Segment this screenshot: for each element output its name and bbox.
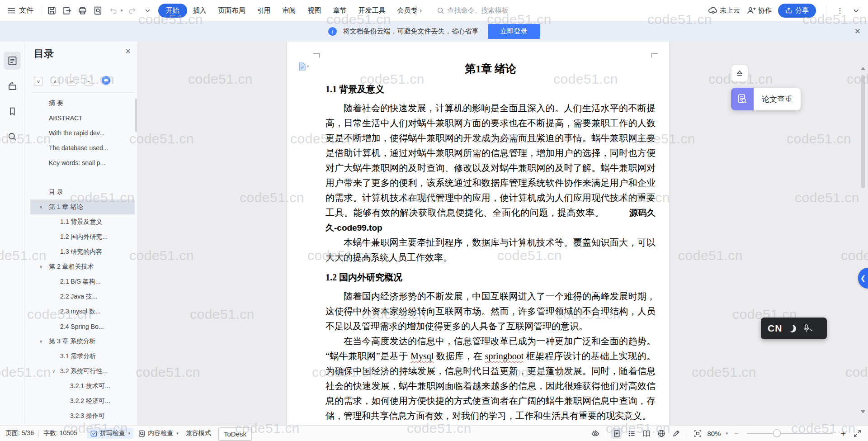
collapse-toolbar-button[interactable] [731, 65, 748, 82]
toc-item[interactable]: Key words: snail p... [25, 155, 136, 170]
toolbar-expand-icon[interactable] [142, 5, 154, 16]
scroll-up-icon[interactable] [861, 67, 865, 70]
tab-开发工具[interactable]: 开发工具 [353, 4, 392, 17]
chevron-down-icon[interactable]: ∨ [39, 264, 42, 269]
zoom-slider[interactable] [747, 433, 833, 434]
paragraph-tool-icon[interactable]: ▾ [299, 62, 309, 71]
tab-开始[interactable]: 开始 [158, 4, 187, 18]
redo-icon[interactable] [127, 5, 138, 16]
toc-item[interactable]: The database used... [25, 140, 136, 155]
chevron-down-icon[interactable]: ∨ [39, 204, 42, 209]
doc-block-heading: 1.2 国内外研究概况 [326, 271, 656, 284]
fullscreen-icon[interactable] [852, 428, 863, 439]
notice-close-icon[interactable]: ✕ [854, 27, 861, 36]
find-panel-icon[interactable] [4, 128, 21, 146]
more-options-icon[interactable]: ⋮ [836, 6, 844, 15]
toc-panel-icon[interactable] [4, 52, 21, 70]
toc-item[interactable]: 2.2 Java 技... [25, 289, 136, 304]
cloud-sync-status[interactable]: 未上云 [708, 5, 740, 15]
toc-sidebar: 目录 ✕ ∨∧＋－ 摘 要ABSTRACTWith the rapid dev.… [25, 42, 138, 425]
bookmark-panel-icon[interactable] [4, 102, 21, 120]
toc-close-icon[interactable]: ✕ [125, 47, 131, 56]
tab-会员专享[interactable]: 会员专享 [392, 4, 417, 17]
ime-indicator[interactable]: CN [761, 318, 827, 339]
toc-item[interactable]: 1.1 背景及意义 [25, 214, 136, 229]
toc-item[interactable]: ∨第 1 章 绪论 [30, 199, 135, 214]
file-menu[interactable]: 文件 [19, 6, 33, 15]
page-view-icon[interactable] [611, 428, 622, 439]
toc-item[interactable]: 摘 要 [25, 95, 136, 110]
toc-tool-1[interactable]: ∧ [51, 77, 60, 86]
toc-item[interactable]: 2.1 B/S 架构... [25, 274, 136, 289]
tab-审阅[interactable]: 审阅 [277, 4, 302, 17]
doc-block-chapter-title: 第1章 绪论 [326, 62, 656, 76]
toc-scrollbar-thumb[interactable] [135, 99, 137, 132]
toc-item[interactable]: 1.2 国内外研究... [25, 229, 136, 244]
fit-page-icon[interactable] [692, 428, 703, 439]
tab-视图[interactable]: 视图 [302, 4, 327, 17]
toc-tool-3[interactable]: － [84, 77, 93, 86]
toc-item[interactable]: ABSTRACT [25, 110, 136, 125]
toc-item[interactable]: ∨第 3 章 系统分析 [25, 334, 136, 349]
toc-item[interactable]: 3.2.3 操作可 [25, 408, 136, 423]
outline-view-icon[interactable] [626, 428, 637, 439]
export-icon[interactable] [61, 5, 73, 16]
voice-input-icon [802, 324, 812, 333]
tag-panel-icon[interactable] [4, 77, 21, 95]
toc-item[interactable]: With the rapid dev... [25, 125, 136, 140]
undo-caret-icon[interactable]: ▾ [121, 8, 123, 13]
zoom-level[interactable]: 80% [707, 430, 721, 437]
zoom-slider-knob[interactable] [773, 429, 781, 437]
doc-content: 第1章 绪论1.1 背景及意义随着社会的快速发展，计算机的影响是全面且深入的。人… [287, 42, 669, 423]
ink-pen-icon[interactable] [671, 428, 682, 439]
zoom-in-button[interactable]: ＋ [839, 427, 848, 439]
toc-item[interactable]: 2.4 Spring Bo... [25, 319, 136, 334]
zoom-out-button[interactable]: − [732, 428, 741, 438]
divider [31, 92, 134, 93]
toc-item[interactable]: ∨3.2 系统可行性... [25, 364, 136, 379]
todesk-widget[interactable]: ToDesk [218, 427, 252, 441]
web-view-icon[interactable] [656, 428, 667, 439]
compat-mode-label[interactable]: 兼容模式 [186, 429, 211, 437]
toc-tool-0[interactable]: ∨ [34, 77, 43, 86]
eye-protection-icon[interactable] [590, 428, 601, 439]
toc-item[interactable]: 3.2.1 技术可... [25, 379, 136, 394]
toc-item[interactable]: 1.3 研究的内容 [25, 244, 136, 259]
hamburger-menu-icon[interactable] [5, 5, 17, 16]
toc-item[interactable]: ∨第 2 章相关技术 [25, 259, 136, 274]
toc-tool-2[interactable]: ＋ [67, 77, 76, 86]
ai-assistant-icon[interactable] [102, 76, 110, 85]
zoom-caret-icon[interactable]: ▾ [726, 431, 728, 436]
tab-页面布局[interactable]: 页面布局 [212, 4, 251, 17]
command-search-input[interactable]: 查找命令、搜索模板 [437, 6, 509, 15]
tab-章节[interactable]: 章节 [327, 4, 353, 17]
chevron-down-icon[interactable]: ∨ [52, 369, 55, 374]
scroll-down-icon[interactable] [861, 410, 865, 413]
spell-check-button[interactable]: 拼写检查 ▾ [87, 428, 134, 439]
tab-引用[interactable]: 引用 [251, 4, 277, 17]
paper-check-label: 论文查重 [754, 88, 801, 110]
scrollbar-thumb[interactable] [861, 75, 865, 188]
more-tabs-icon[interactable]: › [417, 4, 425, 17]
save-icon[interactable] [46, 5, 57, 16]
read-mode-icon[interactable] [641, 428, 652, 439]
print-preview-icon[interactable] [92, 5, 104, 16]
word-count[interactable]: 字数: 10505 [43, 429, 77, 437]
login-now-button[interactable]: 立即登录 [488, 24, 540, 39]
document-page[interactable]: ▾ 第1章 绪论1.1 背景及意义随着社会的快速发展，计算机的影响是全面且深入的… [287, 42, 669, 425]
undo-icon[interactable] [107, 5, 119, 16]
toc-item[interactable]: 3.2.2 经济可... [25, 394, 136, 408]
content-check-button[interactable]: 内容检查 ▾ [138, 429, 179, 437]
chevron-down-icon[interactable]: ∨ [39, 339, 42, 344]
collapse-ribbon-icon[interactable] [850, 5, 862, 16]
toc-item[interactable]: 目 录 [25, 185, 136, 199]
collaborate-button[interactable]: 协作 [746, 6, 772, 15]
paper-check-button[interactable]: 论文查重 [731, 88, 801, 110]
print-icon[interactable] [76, 5, 88, 16]
toc-item[interactable]: 3.1 需求分析 [25, 349, 136, 364]
page-indicator[interactable]: 页面: 5/36 [5, 429, 34, 437]
document-scrollbar[interactable] [860, 43, 867, 425]
tab-插入[interactable]: 插入 [187, 4, 212, 17]
toc-item[interactable]: 2.3 mysql 数... [25, 304, 136, 319]
share-button[interactable]: 分享 [778, 4, 816, 18]
